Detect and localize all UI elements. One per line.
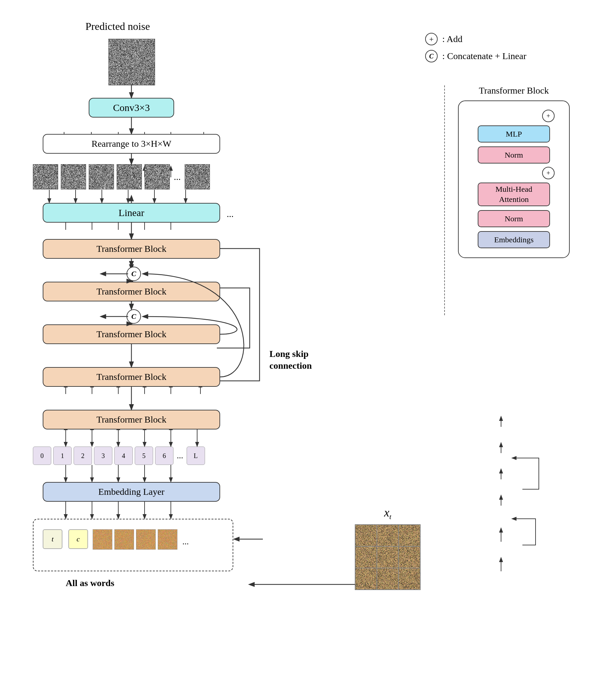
- xt-label: xt: [355, 505, 421, 521]
- patch-images-row: ...: [33, 164, 210, 189]
- img-patch-2: [114, 529, 134, 550]
- patch-img-4: [117, 164, 142, 189]
- conv3x3-box: Conv3×3: [89, 98, 174, 118]
- transformer-detail-box: + MLP Norm + Multi-HeadAttention Norm Em…: [458, 101, 570, 258]
- all-as-words-label: All as words: [66, 578, 114, 588]
- embedding-layer-box: Embedding Layer: [43, 482, 220, 502]
- add-symbol: +: [425, 33, 438, 45]
- legend-concat: C : Concatenate + Linear: [425, 50, 537, 62]
- concat-symbol: C: [425, 50, 438, 62]
- predicted-noise-label: Predicted noise: [85, 20, 150, 32]
- concat-circle-2: C: [126, 309, 141, 324]
- token-4: 4: [114, 446, 133, 465]
- xt-area: xt: [355, 505, 421, 590]
- c-token: c: [68, 529, 88, 549]
- xt-cell-6: [399, 546, 420, 568]
- t-token: t: [43, 529, 63, 549]
- legend-add: + : Add: [425, 33, 537, 45]
- patch-img-5: [145, 164, 170, 189]
- xt-cell-8: [377, 568, 399, 590]
- token-1: 1: [53, 446, 72, 465]
- patch-img-2: [61, 164, 86, 189]
- token-3: 3: [94, 446, 113, 465]
- transformer-block-3: Transformer Block: [43, 325, 220, 344]
- img-dots: ...: [182, 537, 189, 547]
- xt-image: [355, 524, 421, 590]
- token-6: 6: [155, 446, 173, 465]
- norm2-block: Norm: [478, 147, 550, 163]
- xt-cell-9: [399, 568, 420, 590]
- transformer-block-1: Transformer Block: [43, 239, 220, 259]
- legend-area: + : Add C : Concatenate + Linear: [425, 33, 537, 67]
- img-patch-1: [93, 529, 113, 550]
- xt-cell-5: [377, 546, 399, 568]
- patch-img-last: [185, 164, 210, 189]
- img-patch-4: [158, 529, 177, 550]
- transformer-block-2: Transformer Block: [43, 282, 220, 302]
- patch-dots: ...: [174, 172, 181, 182]
- predicted-noise-image: [108, 39, 155, 85]
- concat-label: : Concatenate + Linear: [442, 51, 526, 61]
- transformer-detail-title: Transformer Block: [458, 85, 570, 96]
- mha-block: Multi-HeadAttention: [478, 183, 550, 206]
- xt-cell-7: [355, 568, 377, 590]
- concat-circle-1: C: [126, 267, 141, 281]
- token-5: 5: [135, 446, 153, 465]
- transformer-block-5: Transformer Block: [43, 410, 220, 430]
- linear-box: Linear: [43, 203, 220, 223]
- xt-cell-4: [355, 546, 377, 568]
- skip-label: Long skip connection: [269, 348, 312, 372]
- patch-img-3: [89, 164, 114, 189]
- token-row: 0 1 2 3 4 5 6 ... L: [33, 446, 205, 465]
- token-2: 2: [74, 446, 92, 465]
- transformer-block-4: Transformer Block: [43, 367, 220, 387]
- embeddings-block: Embeddings: [478, 231, 550, 248]
- dashed-divider: [444, 85, 445, 315]
- xt-cell-1: [355, 525, 377, 546]
- img-patch-3: [136, 529, 156, 550]
- plus2-circle: +: [542, 110, 554, 122]
- main-container: + : Add C : Concatenate + Linear Transfo…: [0, 0, 596, 700]
- patch-img-1: [33, 164, 58, 189]
- mlp-block: MLP: [478, 125, 550, 142]
- rearrange-box: Rearrange to 3×H×W: [43, 134, 220, 154]
- transformer-detail: Transformer Block + MLP Norm + Multi-Hea…: [458, 85, 570, 258]
- token-L: L: [187, 446, 205, 465]
- xt-cell-3: [399, 525, 420, 546]
- xt-cell-2: [377, 525, 399, 546]
- norm1-block: Norm: [478, 210, 550, 227]
- plus1-circle: +: [542, 167, 554, 179]
- linear-dots: ...: [227, 209, 233, 219]
- token-dots: ...: [177, 451, 183, 461]
- token-0: 0: [33, 446, 51, 465]
- add-label: : Add: [442, 34, 462, 44]
